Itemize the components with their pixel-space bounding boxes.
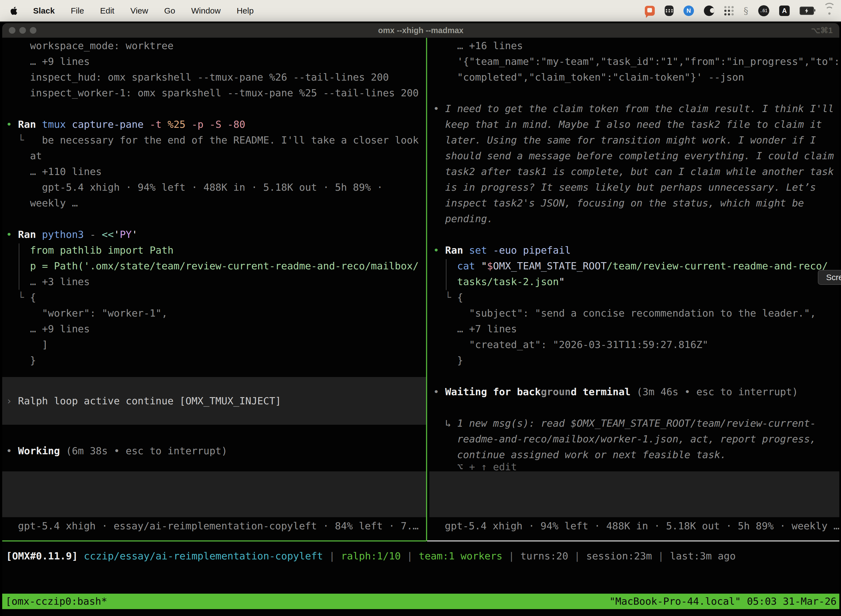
- terminal-line: ⌥ + ↑ edit: [433, 462, 840, 471]
- screen-popup[interactable]: Scre: [818, 270, 841, 285]
- pane-leader[interactable]: workspace_mode: worktree … +9 lines insp…: [2, 38, 426, 616]
- text-segment: inspect_worker-1: omx sparkshell --tmux-…: [6, 87, 419, 98]
- pane-border-left: [2, 540, 426, 541]
- terminal-line: "subject": "send a concise recommendatio…: [433, 305, 840, 321]
- text-segment: should send a message before completing …: [433, 150, 834, 161]
- tmux-session-label: [omx-cczip0:bash*: [6, 594, 107, 609]
- menu-item-go[interactable]: Go: [164, 6, 175, 15]
- text-segment: |: [652, 550, 670, 562]
- text-segment: be necessary for the end of the README. …: [42, 134, 419, 146]
- terminal-line: "completed","claim_token":"claim-token"}…: [433, 69, 840, 85]
- terminal-line: gpt-5.4 xhigh · 94% left · 488K in · 5.1…: [6, 179, 426, 195]
- terminal-line: • I need to get the claim token from the…: [433, 101, 840, 116]
- text-segment: inspect task2's JSON, focusing on the st…: [433, 197, 804, 209]
- terminal-line: … +110 lines: [6, 164, 426, 179]
- text-segment: [433, 276, 457, 287]
- text-segment: -t: [144, 119, 162, 130]
- working-status: • Working (6m 38s • esc to interrupt): [2, 443, 426, 459]
- inject-banner: › Ralph loop active continue [OMX_TMUX_I…: [2, 377, 426, 425]
- terminal-line: [433, 227, 840, 242]
- scrollback-left: workspace_mode: worktree … +9 lines insp…: [2, 38, 426, 368]
- text-segment: •: [433, 245, 445, 256]
- text-segment: ": [481, 260, 487, 271]
- text-segment: '{"team_name":"my-team","task_id":"1","f…: [433, 56, 840, 67]
- blue-app-icon[interactable]: N: [683, 6, 694, 16]
- pane-divider[interactable]: [426, 38, 427, 541]
- terminal-line: continue assigned work or next feasible …: [433, 447, 840, 462]
- text-segment: /team/review-current-readme-and-reco/: [607, 260, 828, 271]
- terminal-line: }: [6, 352, 426, 368]
- text-segment: from pathlib import Path: [6, 245, 174, 256]
- terminal-line: … +7 lines: [433, 321, 840, 337]
- prompt-input-right[interactable]: › Explain this codebase: [429, 471, 840, 517]
- dots-grid-icon[interactable]: [724, 6, 734, 15]
- pane-border-right: [427, 540, 840, 541]
- battery-icon[interactable]: [800, 7, 814, 15]
- terminal-line: • Ran set -euo pipefail: [433, 242, 840, 258]
- terminal-line: from pathlib import Path: [6, 242, 426, 258]
- text-segment: (6m 38s • esc to interrupt): [60, 445, 227, 456]
- text-segment: •: [6, 229, 18, 240]
- terminal-line: [433, 368, 840, 384]
- text-segment: d terminal: [571, 386, 631, 397]
- text-segment: Ralph loop active continue [OMX_TMUX_INJ…: [18, 395, 281, 406]
- prompt-input-left[interactable]: › Improve documentation in @filename: [2, 471, 426, 517]
- text-segment: •: [433, 103, 445, 114]
- chat-bubble-icon[interactable]: [645, 6, 655, 16]
- text-segment: python3: [42, 229, 84, 240]
- scrollback-right: … +16 lines '{"team_name":"my-team","tas…: [429, 38, 840, 471]
- text-segment: Ran: [18, 119, 36, 130]
- text-segment: pending.: [433, 213, 493, 224]
- text-segment: └: [433, 292, 457, 303]
- text-segment: %25: [162, 119, 186, 130]
- title-bar[interactable]: omx --xhigh --madmax ⌥⌘1: [2, 23, 840, 38]
- terminal-line: later. Using the same for transition mig…: [433, 132, 840, 148]
- text-segment: at: [6, 150, 42, 161]
- terminal-line: p = Path('.omx/state/team/review-current…: [6, 258, 426, 274]
- count-badge-icon[interactable]: ..61: [758, 5, 769, 16]
- pane-worker[interactable]: … +16 lines '{"team_name":"my-team","tas…: [429, 38, 840, 616]
- text-segment: session:23m: [586, 550, 652, 562]
- model-status-right: gpt-5.4 xhigh · 94% left · 488K in · 5.1…: [445, 518, 840, 534]
- text-segment: ↳: [433, 418, 457, 429]
- menu-item-file[interactable]: File: [70, 6, 84, 15]
- text-segment: … +16 lines: [433, 40, 523, 51]
- text-segment: }: [6, 355, 36, 366]
- text-segment: Waiting for back: [445, 386, 541, 397]
- crescent-icon[interactable]: [704, 6, 714, 16]
- wifi-icon[interactable]: [824, 7, 835, 15]
- squiggle-icon[interactable]: §: [744, 5, 748, 16]
- text-segment: last:3m ago: [670, 550, 736, 562]
- menu-item-help[interactable]: Help: [237, 6, 254, 15]
- text-segment: Ran: [445, 245, 463, 256]
- text-segment: <<: [102, 229, 114, 240]
- terminal-line: pending.: [433, 211, 840, 227]
- terminal-line: }: [433, 352, 840, 368]
- text-segment: |: [401, 550, 419, 562]
- menu-item-slack[interactable]: Slack: [33, 6, 55, 15]
- text-segment: ]: [6, 339, 48, 350]
- terminal-line: inspect_worker-1: omx sparkshell --tmux-…: [6, 85, 426, 101]
- text-segment: cczip/essay/ai-reimplementation-copyleft: [84, 550, 323, 562]
- text-segment: … +7 lines: [433, 323, 517, 334]
- omx-status-bar: [OMX#0.11.9] cczip/essay/ai-reimplementa…: [6, 548, 736, 564]
- model-status-left: gpt-5.4 xhigh · essay/ai-reimplementatio…: [18, 518, 426, 534]
- menu-bar: Slack File Edit View Go Window Help N § …: [0, 0, 841, 22]
- terminal-line: inspect task2's JSON, focusing on the st…: [433, 195, 840, 211]
- menu-item-window[interactable]: Window: [191, 6, 221, 15]
- terminal-line: '{"team_name":"my-team","task_id":"1","f…: [433, 54, 840, 69]
- shield-grid-icon[interactable]: [665, 6, 674, 16]
- text-segment: ": [559, 276, 565, 287]
- terminal-line: … +3 lines: [6, 274, 426, 289]
- letter-a-icon[interactable]: A: [779, 6, 790, 16]
- text-segment: Working: [18, 445, 60, 456]
- text-segment: is in progress? It seems likely but perh…: [433, 182, 816, 193]
- apple-menu-icon[interactable]: [10, 6, 19, 15]
- menu-item-view[interactable]: View: [130, 6, 148, 15]
- terminal-line: [433, 85, 840, 101]
- terminal-line: • Ran python3 - <<'PY': [6, 227, 426, 242]
- menu-item-edit[interactable]: Edit: [100, 6, 114, 15]
- text-segment: [433, 260, 457, 271]
- text-segment: |: [568, 550, 586, 562]
- terminal-line: └ {: [6, 289, 426, 305]
